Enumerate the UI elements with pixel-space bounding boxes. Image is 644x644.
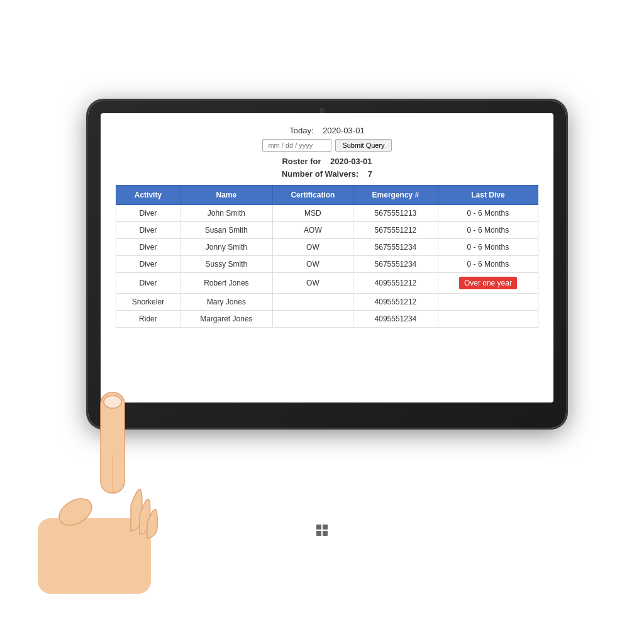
cell-emergency: 4095551234 bbox=[353, 311, 438, 328]
cell-certification: OW bbox=[272, 273, 353, 294]
cell-last-dive: 0 - 6 Months bbox=[438, 256, 538, 273]
col-activity: Activity bbox=[116, 186, 180, 205]
cell-certification: MSD bbox=[272, 205, 353, 222]
cell-activity: Diver bbox=[116, 205, 180, 222]
camera-dot bbox=[319, 108, 325, 113]
cell-emergency: 4095551212 bbox=[353, 294, 438, 311]
today-label: Today: bbox=[289, 126, 313, 135]
roster-date: 2020-03-01 bbox=[330, 157, 372, 166]
col-certification: Certification bbox=[272, 186, 353, 205]
today-line: Today: 2020-03-01 bbox=[116, 126, 538, 135]
cell-last-dive bbox=[438, 294, 538, 311]
cell-certification: OW bbox=[272, 256, 353, 273]
cell-emergency: 4095551212 bbox=[353, 273, 438, 294]
svg-point-2 bbox=[55, 493, 96, 530]
cell-certification: AOW bbox=[272, 222, 353, 239]
table-row[interactable]: DiverRobert JonesOW4095551212Over one ye… bbox=[116, 273, 538, 294]
scene: Today: 2020-03-01 Submit Query Roster fo… bbox=[0, 0, 644, 644]
svg-point-0 bbox=[38, 521, 145, 591]
cell-last-dive: Over one year bbox=[438, 273, 538, 294]
cell-emergency: 5675551212 bbox=[353, 222, 438, 239]
waivers-count: 7 bbox=[368, 169, 372, 179]
tablet-screen: Today: 2020-03-01 Submit Query Roster fo… bbox=[101, 113, 553, 402]
cell-activity: Diver bbox=[116, 239, 180, 256]
windows-logo-icon bbox=[316, 525, 328, 536]
cell-name: John Smith bbox=[180, 205, 272, 222]
table-row[interactable]: DiverJonny SmithOW56755512340 - 6 Months bbox=[116, 239, 538, 256]
tablet-frame: Today: 2020-03-01 Submit Query Roster fo… bbox=[88, 101, 566, 428]
cell-activity: Diver bbox=[116, 222, 180, 239]
roster-table: Activity Name Certification Emergency # … bbox=[116, 185, 538, 328]
cell-name: Margaret Jones bbox=[180, 311, 272, 328]
cell-activity: Rider bbox=[116, 311, 180, 328]
col-emergency: Emergency # bbox=[353, 186, 438, 205]
col-last-dive: Last Dive bbox=[438, 186, 538, 205]
table-row[interactable]: DiverSusan SmithAOW56755512120 - 6 Month… bbox=[116, 222, 538, 239]
cell-activity: Diver bbox=[116, 273, 180, 294]
cell-emergency: 5675551234 bbox=[353, 239, 438, 256]
today-date: 2020-03-01 bbox=[323, 126, 365, 135]
cell-certification: OW bbox=[272, 239, 353, 256]
cell-name: Mary Jones bbox=[180, 294, 272, 311]
cell-last-dive bbox=[438, 311, 538, 328]
cell-activity: Diver bbox=[116, 256, 180, 273]
cell-certification bbox=[272, 311, 353, 328]
cell-emergency: 5675551234 bbox=[353, 256, 438, 273]
table-header-row: Activity Name Certification Emergency # … bbox=[116, 186, 538, 205]
cell-activity: Snorkeler bbox=[116, 294, 180, 311]
date-input[interactable] bbox=[262, 139, 331, 152]
cell-name: Jonny Smith bbox=[180, 239, 272, 256]
table-row[interactable]: RiderMargaret Jones4095551234 bbox=[116, 311, 538, 328]
roster-label: Roster for bbox=[282, 157, 321, 166]
roster-line: Roster for 2020-03-01 Number of Waivers:… bbox=[116, 155, 538, 180]
cell-emergency: 5675551213 bbox=[353, 205, 438, 222]
cell-last-dive: 0 - 6 Months bbox=[438, 239, 538, 256]
table-row[interactable]: DiverJohn SmithMSD56755512130 - 6 Months bbox=[116, 205, 538, 222]
cell-last-dive: 0 - 6 Months bbox=[438, 205, 538, 222]
cell-name: Susan Smith bbox=[180, 222, 272, 239]
table-row[interactable]: DiverSussy SmithOW56755512340 - 6 Months bbox=[116, 256, 538, 273]
table-row[interactable]: SnorkelerMary Jones4095551212 bbox=[116, 294, 538, 311]
submit-query-button[interactable]: Submit Query bbox=[335, 139, 391, 152]
query-row: Submit Query bbox=[116, 139, 538, 152]
header-section: Today: 2020-03-01 Submit Query Roster fo… bbox=[116, 126, 538, 180]
waivers-label: Number of Waivers: bbox=[282, 169, 358, 179]
cell-certification bbox=[272, 294, 353, 311]
svg-rect-1 bbox=[38, 518, 151, 594]
col-name: Name bbox=[180, 186, 272, 205]
cell-name: Robert Jones bbox=[180, 273, 272, 294]
cell-name: Sussy Smith bbox=[180, 256, 272, 273]
svg-rect-5 bbox=[44, 556, 145, 594]
cell-last-dive: 0 - 6 Months bbox=[438, 222, 538, 239]
